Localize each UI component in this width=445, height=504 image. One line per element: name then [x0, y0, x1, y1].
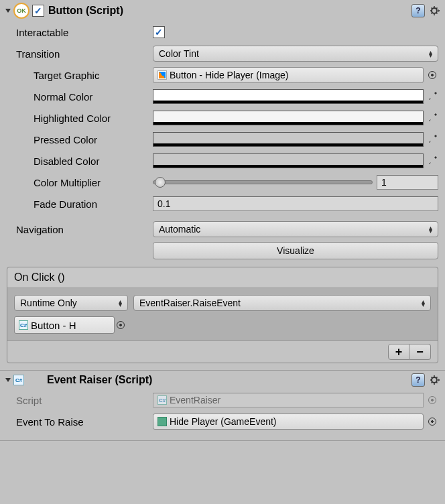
button-component: OK Button (Script) ? Interactable Transi… — [0, 0, 445, 371]
target-graphic-label: Target Graphic — [7, 70, 153, 81]
normal-color-label: Normal Color — [7, 91, 153, 103]
disabled-color-label: Disabled Color — [7, 155, 153, 167]
button-component-header: OK Button (Script) ? — [0, 0, 445, 21]
gear-icon[interactable] — [429, 5, 441, 17]
visualize-button[interactable]: Visualize — [153, 242, 438, 259]
method-dropdown[interactable]: EventRaiser.RaiseEvent — [133, 295, 431, 311]
navigation-dropdown[interactable]: Automatic — [153, 221, 438, 237]
event-to-raise-value: Hide Player (GameEvent) — [170, 416, 277, 427]
color-multiplier-label: Color Multiplier — [7, 177, 153, 188]
ok-badge-icon: OK — [13, 3, 29, 19]
script-type-icon — [157, 395, 167, 405]
highlighted-color-swatch[interactable] — [153, 111, 424, 125]
image-type-icon — [157, 70, 167, 80]
dropdown-arrows-icon — [119, 300, 122, 306]
fade-duration-label: Fade Duration — [7, 198, 153, 210]
eyedropper-icon[interactable] — [426, 112, 438, 124]
script-field: EventRaiser — [153, 393, 424, 407]
component-title: Button (Script) — [48, 5, 411, 17]
script-type-icon — [13, 375, 24, 385]
dropdown-arrows-icon — [422, 300, 425, 306]
script-label: Script — [7, 395, 153, 406]
button-component-body: Interactable Transition Color Tint Targe… — [0, 21, 445, 370]
target-graphic-value: Button - Hide Player (Image) — [170, 70, 288, 80]
pressed-color-swatch[interactable] — [153, 132, 424, 147]
event-raiser-component: Event Raiser (Script) ? Script EventRais… — [0, 371, 445, 441]
object-picker-icon — [426, 394, 438, 406]
transition-value: Color Tint — [159, 48, 199, 59]
event-target-field[interactable]: Button - H — [14, 316, 115, 334]
call-state-dropdown[interactable]: Runtime Only — [14, 295, 128, 311]
pressed-color-label: Pressed Color — [7, 134, 153, 145]
transition-dropdown[interactable]: Color Tint — [153, 46, 438, 62]
help-icon[interactable]: ? — [411, 4, 425, 17]
help-icon[interactable]: ? — [411, 373, 425, 387]
interactable-label: Interactable — [7, 27, 153, 38]
object-picker-icon[interactable] — [115, 319, 127, 331]
dropdown-arrows-icon — [429, 226, 432, 233]
svg-point-1 — [432, 377, 437, 383]
component-enabled-checkbox[interactable] — [32, 5, 44, 17]
script-value: EventRaiser — [170, 395, 220, 405]
method-value: EventRaiser.RaiseEvent — [139, 298, 241, 308]
gear-icon[interactable] — [429, 374, 441, 386]
navigation-value: Automatic — [159, 224, 200, 235]
event-to-raise-label: Event To Raise — [7, 416, 153, 428]
onclick-event-box: On Click () Runtime Only EventRaiser.Rai… — [7, 267, 438, 363]
add-event-button[interactable]: + — [388, 344, 409, 360]
component-title: Event Raiser (Script) — [28, 374, 411, 386]
interactable-checkbox[interactable] — [153, 26, 165, 38]
eyedropper-icon[interactable] — [426, 90, 438, 103]
script-type-icon — [19, 320, 28, 330]
remove-event-button[interactable]: − — [409, 344, 431, 360]
eyedropper-icon[interactable] — [426, 155, 438, 167]
fade-duration-input[interactable] — [153, 196, 438, 211]
disabled-color-swatch[interactable] — [153, 153, 424, 168]
slider-thumb[interactable] — [155, 177, 166, 188]
foldout-toggle[interactable] — [4, 7, 12, 15]
eyedropper-icon[interactable] — [426, 133, 438, 145]
object-picker-icon[interactable] — [426, 416, 438, 428]
event-raiser-header: Event Raiser (Script) ? — [0, 371, 445, 389]
foldout-toggle[interactable] — [4, 376, 12, 384]
transition-label: Transition — [7, 48, 153, 60]
event-to-raise-field[interactable]: Hide Player (GameEvent) — [153, 414, 424, 430]
onclick-title: On Click () — [7, 267, 438, 288]
color-multiplier-slider[interactable] — [153, 180, 373, 184]
event-target-value: Button - H — [31, 320, 76, 331]
highlighted-color-label: Highlighted Color — [7, 113, 153, 124]
color-multiplier-input[interactable] — [377, 175, 438, 190]
call-state-value: Runtime Only — [20, 298, 77, 308]
target-graphic-field[interactable]: Button - Hide Player (Image) — [153, 67, 424, 83]
navigation-label: Navigation — [7, 224, 153, 235]
normal-color-swatch[interactable] — [153, 89, 424, 104]
svg-point-0 — [432, 8, 437, 13]
object-picker-icon[interactable] — [426, 69, 438, 81]
dropdown-arrows-icon — [429, 50, 432, 57]
gameevent-type-icon — [157, 417, 167, 426]
